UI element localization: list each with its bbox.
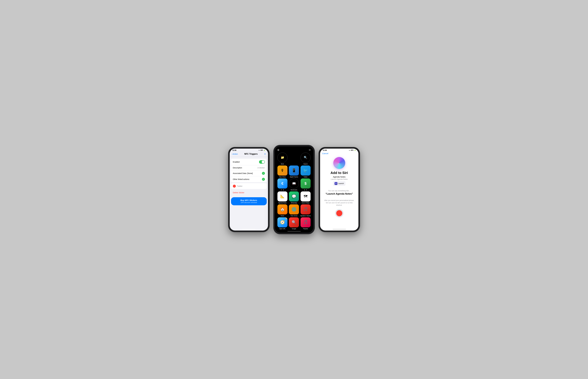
whatsapp-icon: 💬 [289,191,299,202]
agenda-icon: 📐 [278,191,287,202]
search-maps-icon: 🗺 [301,191,310,202]
shortcut-new-show[interactable]: 🎙 📶 New Show [277,166,288,178]
page-title: NFC Triggers [244,153,258,155]
bookmarks-label: Bookmarks [291,189,297,191]
shortcut-apple-frames[interactable]: 📱 Apple Frames [289,166,299,178]
notch-2 [286,146,302,149]
twitter-grid-label: Twitter [304,176,308,178]
shortcut-spacer [289,153,299,165]
siri-title: Add to Siri [331,171,348,175]
toggle-knob [262,160,264,163]
new-show-label: New Show [279,176,286,178]
siri-launch-text: Launch [338,182,344,184]
work-icon: 📁 [278,153,287,163]
siri-app-name: Agenda Notes [333,176,345,178]
shortcut-agenda[interactable]: 📐 Agenda Notes [277,191,288,204]
shortcut-search[interactable]: 🔍 Search [300,153,311,165]
description-value: A Sticker [257,167,265,169]
delete-sticker-row[interactable]: Delete Sticker [231,190,267,195]
associated-add-btn[interactable]: + [262,172,265,175]
status-bar-3: 12:59 ▪▪▪ WiFi 🔋 [320,149,358,151]
associated-label: Associated Data: [None] [233,172,262,174]
apple-frames-icon: 📱 [289,166,299,175]
siri-record-button[interactable] [335,209,343,218]
work-label: Work [281,163,284,165]
battery-icon-3: 🔋 [354,150,356,151]
shortcut-bookmarks[interactable]: 📖 Bookmarks [289,178,299,191]
time-1: 12:59 [232,149,236,151]
chevron-left-icon: ‹ [232,153,232,155]
shortcut-search-maps[interactable]: 🗺 Search Maps [300,191,311,204]
siri-say-label: You can say something like... [328,190,350,192]
euro-label: €→$ [281,189,284,191]
add-button[interactable]: + [264,152,266,156]
shortcut-home[interactable]: 🏠 Home [277,204,288,217]
siri-action-label: Launch Agenda Notes [331,178,348,180]
settings-content: Enabled Description A Sticker Associated… [230,157,268,228]
twitter-delete-btn[interactable]: − [233,185,236,188]
search-top-icon: 🔍 [301,153,310,163]
back-button[interactable]: ‹ Action [232,153,238,155]
shortcut-dollar[interactable]: $ $→€ [300,178,311,191]
enabled-toggle[interactable] [259,160,265,164]
associated-row[interactable]: Associated Data: [None] + [231,170,267,176]
siri-nav: Cancel [320,151,358,156]
description-label: Description [233,167,258,169]
phone-nfc-triggers: 12:59 ▪▪▪ WiFi 🔋 ‹ Action NFC Triggers +… [228,147,269,232]
signal-icon: ▪▪▪ [259,150,260,151]
google-icon: 🔍 [289,217,299,227]
siri-launch-row[interactable]: A Launch [333,181,345,186]
cancel-button[interactable]: Cancel [322,152,328,155]
timezones-label: Time Zones [291,215,297,217]
wifi-icon: WiFi [260,150,263,151]
shortcut-whatsapp[interactable]: 💬 WhatsApp [289,191,299,204]
shortcut-google[interactable]: 🔍 Google [289,217,299,229]
status-bar-1: 12:59 ▪▪▪ WiFi 🔋 [230,149,268,151]
back-label[interactable]: Action [232,153,238,155]
speakers-label: Speakers Volume [300,215,311,217]
other-linked-row[interactable]: Other linked actions: + [231,176,267,182]
delete-label[interactable]: Delete Sticker [233,191,244,194]
shortcuts-grid-container: 📁 Work 🔍 Search 🎙 📶 [275,153,313,230]
gear-icon[interactable]: ⚙ [277,149,279,152]
home-bar-3[interactable] [333,229,346,229]
openurl-label: Open URL [279,228,286,229]
wifi-icon-3: WiFi [351,150,354,151]
pencil-icon[interactable]: ✏ [309,149,311,152]
shortcut-speakers[interactable]: 🎵 Speakers Volume [300,204,311,217]
bookmarks-icon: 📖 [289,178,299,189]
phone-shortcuts: ⚙ ✏ 📁 Work 🔍 Search [274,145,315,234]
google-label: Google [292,228,296,229]
battery-icon: 🔋 [264,150,265,151]
shortcut-openurl[interactable]: 🧭 📶 Open URL [277,217,288,229]
dollar-label: $→€ [304,189,307,191]
siri-phrase: “Launch Agenda Notes” [325,192,353,195]
notch-3 [331,149,347,152]
home-icon: 🏠 [278,204,287,214]
shortcut-playlists[interactable]: 🎵 Playlists [300,217,311,229]
whatsapp-label: WhatsApp [291,202,297,204]
search-top-label: Search [303,163,308,165]
shortcut-timezones[interactable]: 🌐 Time Zones [289,204,299,217]
home-bar-2[interactable] [287,231,301,232]
other-linked-add-btn[interactable]: + [262,178,265,181]
shortcut-twitter[interactable]: 🐦 Twitter [300,166,311,178]
timezone-icon: 🌐 [289,204,299,214]
dollar-icon: $ [301,178,310,189]
buy-nfc-button[interactable]: Buy NFC Stickers 10% discount unlocked [231,197,267,205]
new-show-icon: 🎙 📶 [278,166,287,175]
description-row: Description A Sticker [231,165,267,170]
settings-group-main: Enabled Description A Sticker Associated… [231,159,267,182]
buy-sub: 10% discount unlocked [233,202,265,204]
nfc-badge-2: 📶 [286,218,287,219]
notch-1 [241,149,257,152]
home-bar-1[interactable] [242,229,255,229]
siri-content: Add to Siri Agenda Notes Launch Agenda N… [320,156,358,228]
playlists-label: Playlists [303,228,308,229]
playlists-icon: 🎵 [301,217,310,227]
home-label: Home [281,215,284,217]
siri-record-dot [336,210,342,216]
shortcut-work[interactable]: 📁 Work [277,153,288,165]
phone-add-to-siri: 12:59 ▪▪▪ WiFi 🔋 Cancel Add to Siri Agen… [319,147,360,232]
shortcut-euro[interactable]: € €→$ [277,178,288,191]
